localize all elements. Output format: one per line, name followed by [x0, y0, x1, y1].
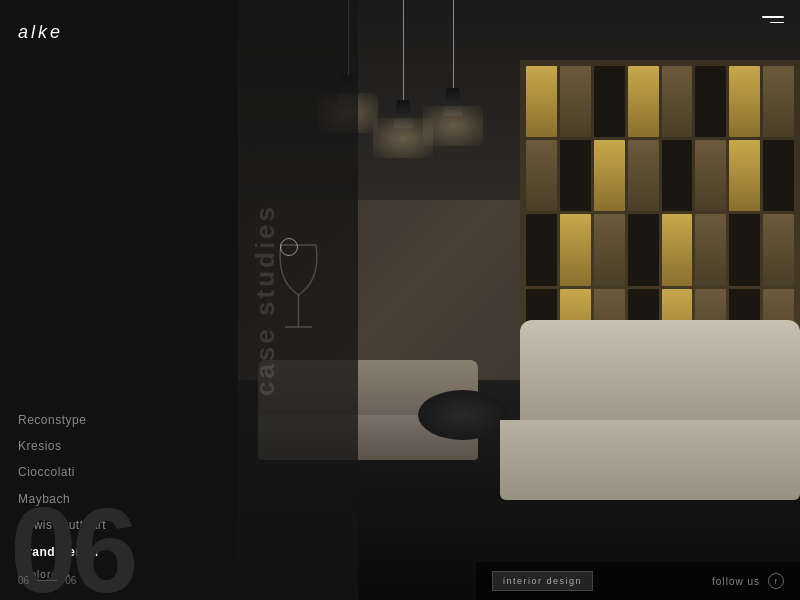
hamburger-line-2 [770, 22, 784, 24]
pagination-current: 06 [18, 575, 29, 586]
shelf-slot [695, 66, 726, 137]
shelf-slot [662, 214, 693, 285]
shelf-slot [763, 140, 794, 211]
sidebar-item-reconstype[interactable]: Reconstype [18, 407, 238, 433]
left-panel-overlay: case studies [238, 0, 358, 600]
sidebar: alke Reconstype Kresios Cioccolati Mayba… [0, 0, 238, 600]
shelf-slot [526, 66, 557, 137]
sidebar-item-kresios[interactable]: Kresios [18, 433, 238, 459]
logo: alke [0, 0, 238, 65]
light-fixture-2 [393, 0, 413, 128]
sofa-right-back [520, 320, 800, 420]
shelf-slot [560, 214, 591, 285]
shelf-slot [662, 66, 693, 137]
shelf-slot [526, 140, 557, 211]
case-studies-vertical-text: case studies [250, 204, 281, 396]
shelf-slot [594, 214, 625, 285]
follow-us-label: follow us [712, 576, 760, 587]
hamburger-menu[interactable] [762, 16, 784, 23]
sidebar-item-cioccolati[interactable]: Cioccolati [18, 459, 238, 485]
sofa-right-seat [500, 420, 800, 500]
shelf-slot [695, 140, 726, 211]
shelf-slot [729, 140, 760, 211]
shelf-slot [594, 140, 625, 211]
hamburger-line-1 [762, 16, 784, 18]
shelf-slot [526, 214, 557, 285]
shelf-slot [594, 66, 625, 137]
bottom-bar: interior design follow us f [476, 562, 800, 600]
shelf-slot [729, 66, 760, 137]
light-glow-3 [423, 106, 483, 146]
shelf-slot [763, 66, 794, 137]
light-fixture-3 [443, 0, 463, 116]
shelf-slot [560, 140, 591, 211]
shelf-slot [729, 214, 760, 285]
shelf-slot [560, 66, 591, 137]
sofa-right [500, 320, 800, 500]
social-icon-1[interactable]: f [768, 573, 784, 589]
sidebar-item-anwis-stuttgart[interactable]: Anwis Stuttgart [18, 512, 238, 538]
coffee-table [418, 390, 508, 440]
shelf-slot [628, 140, 659, 211]
pagination: 06 06 [18, 575, 76, 586]
nav-dot[interactable] [280, 238, 298, 256]
follow-us[interactable]: follow us f [712, 573, 784, 589]
shelf-slot [695, 214, 726, 285]
nav-menu: Reconstype Kresios Cioccolati Maybach An… [0, 407, 238, 600]
pagination-line [37, 580, 57, 581]
shelf-slot [662, 140, 693, 211]
main-content: case studies interior design follow us f [238, 0, 800, 600]
sidebar-item-maybach[interactable]: Maybach [18, 486, 238, 512]
shelf-slot [763, 214, 794, 285]
shelf-slot [628, 66, 659, 137]
light-cord-3 [453, 0, 454, 88]
pagination-total: 06 [65, 575, 76, 586]
sidebar-item-brand-center[interactable]: Brand Center [18, 539, 238, 565]
interior-design-badge: interior design [492, 571, 593, 591]
light-cord-2 [403, 0, 404, 100]
shelf-slot [628, 214, 659, 285]
